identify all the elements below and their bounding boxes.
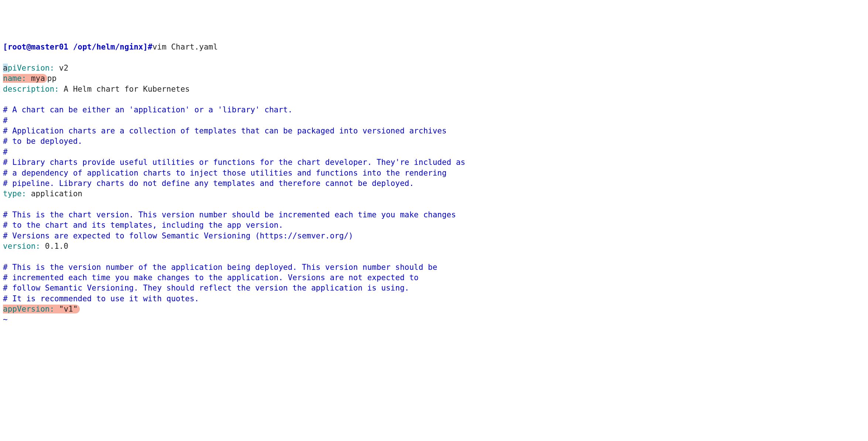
appversion-key: appVersion: bbox=[3, 305, 54, 313]
comment-line: # Library charts provide useful utilitie… bbox=[3, 158, 465, 167]
appversion-space bbox=[54, 305, 59, 313]
comment-line: # This is the version number of the appl… bbox=[3, 263, 437, 272]
prompt-bracket-open: [ bbox=[3, 43, 8, 51]
type-value: application bbox=[26, 189, 82, 198]
comment-line: # bbox=[3, 116, 8, 125]
description-value: A Helm chart for Kubernetes bbox=[59, 85, 190, 94]
comment-line: # It is recommended to use it with quote… bbox=[3, 294, 199, 303]
cursor-position: a bbox=[3, 64, 8, 72]
apiversion-key: piVersion: bbox=[8, 64, 54, 72]
type-key: type: bbox=[3, 189, 26, 198]
vim-tilde: ~ bbox=[3, 315, 8, 324]
comment-line: # Versions are expected to follow Semant… bbox=[3, 231, 353, 240]
version-key: version: bbox=[3, 242, 40, 251]
apiversion-value: v2 bbox=[54, 64, 68, 72]
name-key: name: bbox=[3, 74, 26, 83]
prompt-path: /opt/helm/nginx bbox=[68, 43, 143, 51]
terminal-editor[interactable]: [root@master01 /opt/helm/nginx]#vim Char… bbox=[0, 42, 868, 325]
comment-line: # to be deployed. bbox=[3, 137, 82, 146]
command-text: vim Chart.yaml bbox=[153, 43, 218, 51]
prompt-bracket-close: ]# bbox=[143, 43, 152, 51]
name-value-rest: pp bbox=[47, 74, 57, 83]
name-value-highlighted: mya bbox=[26, 74, 47, 83]
comment-line: # bbox=[3, 147, 8, 156]
comment-line: # A chart can be either an 'application'… bbox=[3, 105, 293, 114]
comment-line: # Application charts are a collection of… bbox=[3, 126, 447, 135]
version-value: 0.1.0 bbox=[40, 242, 68, 251]
comment-line: # pipeline. Library charts do not define… bbox=[3, 179, 414, 188]
comment-line: # incremented each time you make changes… bbox=[3, 273, 418, 282]
comment-line: # This is the chart version. This versio… bbox=[3, 210, 456, 219]
comment-line: # to the chart and its templates, includ… bbox=[3, 221, 283, 230]
comment-line: # follow Semantic Versioning. They shoul… bbox=[3, 284, 409, 292]
appversion-value: "v1" bbox=[59, 305, 80, 313]
prompt-user-host: root@master01 bbox=[8, 43, 68, 51]
description-key: description: bbox=[3, 85, 59, 94]
comment-line: # a dependency of application charts to … bbox=[3, 169, 447, 177]
